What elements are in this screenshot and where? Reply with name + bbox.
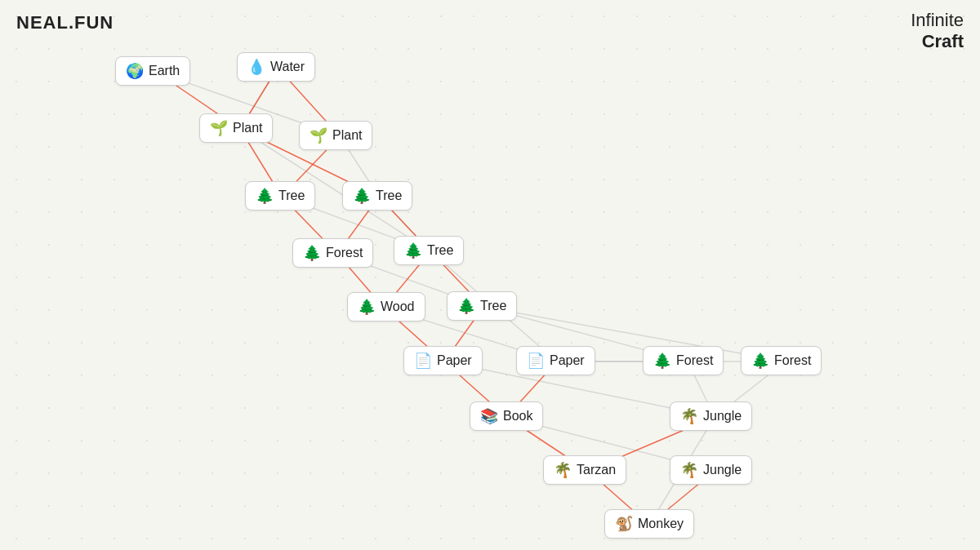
plant2-icon: 🌱 (310, 126, 327, 144)
water-icon: 💧 (247, 58, 265, 76)
node-monkey[interactable]: 🐒Monkey (604, 509, 694, 539)
earth-icon: 🌍 (126, 62, 144, 80)
jungle1-icon: 🌴 (680, 407, 698, 425)
node-jungle1[interactable]: 🌴Jungle (670, 401, 752, 431)
water-label: Water (270, 60, 305, 74)
plant1-icon: 🌱 (210, 119, 228, 137)
node-tree1[interactable]: 🌲Tree (245, 181, 315, 211)
node-tree3[interactable]: 🌲Tree (394, 236, 464, 265)
paper1-label: Paper (437, 353, 472, 368)
tree2-label: Tree (376, 189, 402, 203)
plant2-label: Plant (332, 128, 362, 143)
forest2-icon: 🌲 (653, 352, 671, 370)
tarzan-icon: 🌴 (554, 461, 572, 479)
node-tree4[interactable]: 🌲Tree (447, 291, 517, 321)
node-plant2[interactable]: 🌱Plant (299, 121, 372, 150)
forest2-label: Forest (676, 353, 713, 368)
node-forest1[interactable]: 🌲Forest (292, 238, 373, 268)
node-tarzan[interactable]: 🌴Tarzan (543, 455, 626, 485)
logo-left: NEAL.FUN (16, 12, 114, 33)
forest3-label: Forest (774, 353, 811, 368)
monkey-label: Monkey (638, 517, 684, 531)
paper2-icon: 📄 (527, 352, 545, 370)
paper2-label: Paper (550, 353, 585, 368)
book-label: Book (503, 409, 532, 424)
wood-icon: 🌲 (358, 298, 376, 316)
node-wood[interactable]: 🌲Wood (347, 292, 425, 322)
forest3-icon: 🌲 (751, 352, 769, 370)
tree3-label: Tree (427, 243, 453, 258)
node-book[interactable]: 📚Book (470, 401, 543, 431)
paper1-icon: 📄 (414, 352, 432, 370)
node-paper1[interactable]: 📄Paper (403, 346, 483, 375)
tree2-icon: 🌲 (353, 187, 371, 205)
node-forest2[interactable]: 🌲Forest (643, 346, 724, 375)
node-water[interactable]: 💧Water (237, 52, 315, 82)
node-forest3[interactable]: 🌲Forest (741, 346, 822, 375)
jungle2-label: Jungle (703, 463, 742, 477)
tree1-icon: 🌲 (256, 187, 274, 205)
monkey-icon: 🐒 (615, 515, 633, 533)
tree4-icon: 🌲 (457, 297, 475, 315)
node-plant1[interactable]: 🌱Plant (199, 113, 273, 143)
wood-label: Wood (381, 299, 415, 314)
node-jungle2[interactable]: 🌴Jungle (670, 455, 752, 485)
node-tree2[interactable]: 🌲Tree (342, 181, 412, 211)
logo-right: Infinite Craft (911, 10, 964, 53)
jungle1-label: Jungle (703, 409, 742, 424)
node-earth[interactable]: 🌍Earth (115, 56, 190, 86)
earth-label: Earth (149, 64, 180, 78)
node-paper2[interactable]: 📄Paper (516, 346, 595, 375)
forest1-icon: 🌲 (303, 244, 321, 262)
plant1-label: Plant (233, 121, 262, 135)
tree4-label: Tree (480, 299, 506, 313)
tree3-icon: 🌲 (404, 242, 422, 259)
tree1-label: Tree (278, 189, 305, 203)
tarzan-label: Tarzan (577, 463, 616, 477)
jungle2-icon: 🌴 (680, 461, 698, 479)
book-icon: 📚 (480, 407, 498, 425)
forest1-label: Forest (326, 246, 363, 260)
